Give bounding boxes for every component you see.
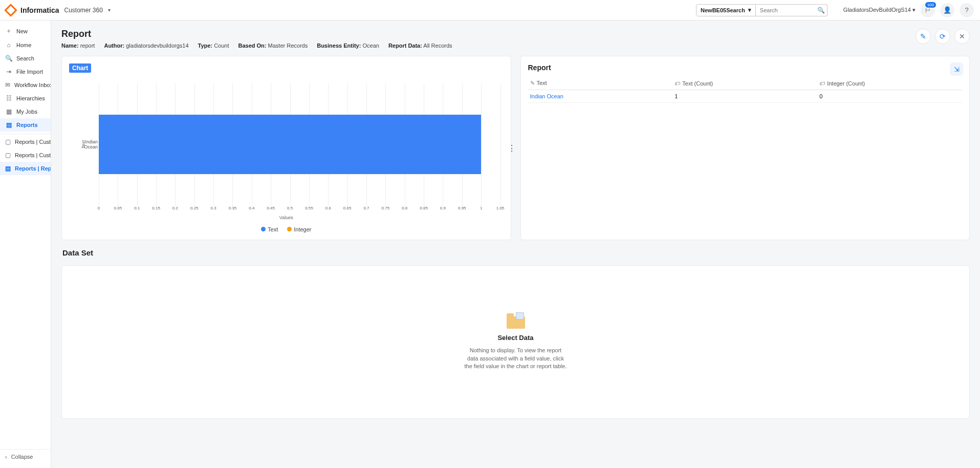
search-icon: 🔍 bbox=[5, 55, 12, 62]
chevron-down-icon: ▾ bbox=[748, 7, 751, 13]
sidebar-item-label: My Jobs bbox=[16, 109, 37, 115]
sidebar-item-new[interactable]: ＋New bbox=[0, 24, 51, 38]
sidebar-item-label: Home bbox=[16, 42, 31, 48]
business-entity-value: NewBE05Search bbox=[701, 7, 745, 13]
help-button[interactable]: ? bbox=[960, 3, 974, 17]
home-icon: ⌂ bbox=[5, 41, 12, 49]
legend-item-text[interactable]: Text bbox=[261, 226, 278, 232]
notifications-button[interactable]: 🏳 100 bbox=[921, 3, 935, 17]
sidebar-item-label: New bbox=[16, 28, 28, 34]
sidebar-item-file-import[interactable]: ⇥File Import bbox=[0, 65, 51, 78]
plus-icon: ＋ bbox=[5, 27, 12, 35]
sidebar-item-reports[interactable]: ▤Reports bbox=[0, 118, 51, 132]
sidebar-item-my-jobs[interactable]: ▦My Jobs bbox=[0, 105, 51, 118]
jobs-icon: ▦ bbox=[5, 108, 12, 115]
edit-button[interactable]: ✎ bbox=[916, 29, 931, 44]
sidebar-item-label: Reports | Custom... bbox=[15, 152, 51, 158]
doc-icon: ▢ bbox=[5, 138, 11, 145]
sidebar-item-reports-custom-1[interactable]: ▢Reports | Custom... bbox=[0, 134, 51, 148]
doc-icon: ▤ bbox=[5, 165, 11, 172]
tag-icon: 🏷 bbox=[819, 80, 825, 87]
column-text[interactable]: ✎Text bbox=[528, 77, 673, 90]
chart-plot-area[interactable]: Text Indian Ocean bbox=[99, 83, 500, 206]
column-text-count[interactable]: 🏷Text (Count) bbox=[672, 77, 817, 90]
folder-icon bbox=[506, 313, 526, 329]
hierarchy-icon: ☷ bbox=[5, 95, 12, 102]
select-data-title: Select Data bbox=[497, 334, 533, 342]
text-column-icon: ✎ bbox=[530, 80, 535, 86]
inbox-icon: ✉ bbox=[5, 81, 10, 89]
doc-icon: ▢ bbox=[5, 152, 11, 159]
chart-legend: Text Integer bbox=[69, 226, 504, 232]
sidebar-item-home[interactable]: ⌂Home bbox=[0, 38, 51, 52]
sidebar-item-label: Hierarchies bbox=[16, 95, 45, 101]
reports-icon: ▤ bbox=[5, 121, 12, 129]
cell-integer-count: 0 bbox=[817, 90, 962, 103]
sidebar-item-search[interactable]: 🔍Search bbox=[0, 52, 51, 65]
export-button[interactable]: ⇲ bbox=[950, 62, 963, 76]
sidebar-collapse[interactable]: ‹Collapse bbox=[0, 449, 51, 464]
sidebar: ＋New ⌂Home 🔍Search ⇥File Import ✉Workflo… bbox=[0, 20, 51, 468]
org-switcher[interactable]: GladiatorsDevBuildOrgS14 ▾ bbox=[843, 7, 916, 13]
dataset-section-title: Data Set bbox=[61, 247, 970, 258]
main-content: Report Name: report Author: gladiatorsde… bbox=[51, 20, 980, 468]
report-table-panel: Report ⇲ ✎Text 🏷Text (Count) 🏷Integer (C… bbox=[520, 56, 970, 240]
logo-icon bbox=[4, 4, 17, 16]
report-table-title: Report bbox=[528, 63, 963, 72]
sidebar-item-label: Reports bbox=[16, 122, 38, 128]
top-bar: Informatica Customer 360 ▾ NewBE05Search… bbox=[0, 0, 980, 20]
report-table: ✎Text 🏷Text (Count) 🏷Integer (Count) Ind… bbox=[528, 77, 963, 103]
table-row[interactable]: Indian Ocean 1 0 bbox=[528, 90, 963, 103]
sidebar-item-label: Reports | Report bbox=[15, 165, 51, 172]
user-button[interactable]: 👤 bbox=[940, 3, 954, 17]
chart-badge: Chart bbox=[69, 63, 91, 73]
dataset-panel: Select Data Nothing to display. To view … bbox=[61, 265, 970, 419]
tag-icon: 🏷 bbox=[674, 80, 680, 87]
cell-text-count: 1 bbox=[672, 90, 817, 103]
report-meta: Name: report Author: gladiatorsdevbuildo… bbox=[61, 42, 452, 49]
chart-y-category: Indian Ocean bbox=[74, 139, 98, 150]
notification-badge: 100 bbox=[925, 2, 936, 8]
chevron-left-icon: ‹ bbox=[5, 454, 7, 460]
sidebar-item-label: Reports | Custom... bbox=[15, 139, 51, 145]
app-name[interactable]: Customer 360 bbox=[64, 7, 102, 14]
chart-bar-text[interactable] bbox=[99, 115, 481, 174]
sidebar-item-hierarchies[interactable]: ☷Hierarchies bbox=[0, 92, 51, 105]
sidebar-item-label: File Import bbox=[16, 69, 43, 75]
chart-x-ticks: 00.050.10.150.20.250.30.350.40.450.50.55… bbox=[99, 206, 500, 214]
chart-x-axis-label: Values bbox=[69, 215, 504, 220]
chart-panel: Chart ⋮ Text Indian Ocean 00.050.10.150.… bbox=[61, 56, 511, 240]
business-entity-dropdown[interactable]: NewBE05Search ▾ bbox=[696, 4, 756, 16]
sidebar-item-reports-custom-2[interactable]: ▢Reports | Custom... bbox=[0, 148, 51, 162]
sidebar-item-label: Search bbox=[16, 55, 34, 61]
cell-text[interactable]: Indian Ocean bbox=[528, 90, 673, 103]
column-integer-count[interactable]: 🏷Integer (Count) bbox=[817, 77, 962, 90]
refresh-button[interactable]: ⟳ bbox=[935, 29, 950, 44]
chevron-down-icon[interactable]: ▾ bbox=[108, 7, 111, 13]
sidebar-item-reports-report[interactable]: ▤Reports | Report bbox=[0, 162, 51, 175]
collapse-label: Collapse bbox=[11, 454, 33, 460]
sidebar-item-workflow-inbox[interactable]: ✉Workflow Inbox bbox=[0, 78, 51, 92]
close-button[interactable]: ✕ bbox=[954, 29, 970, 44]
sidebar-item-label: Workflow Inbox bbox=[14, 82, 51, 88]
legend-item-integer[interactable]: Integer bbox=[287, 226, 311, 232]
page-title: Report bbox=[61, 29, 452, 39]
select-data-subtitle: Nothing to display. To view the report d… bbox=[465, 347, 567, 370]
search-input[interactable] bbox=[756, 4, 827, 16]
brand-name: Informatica bbox=[20, 6, 59, 14]
import-icon: ⇥ bbox=[5, 68, 12, 75]
panel-more-button[interactable]: ⋮ bbox=[508, 143, 516, 153]
